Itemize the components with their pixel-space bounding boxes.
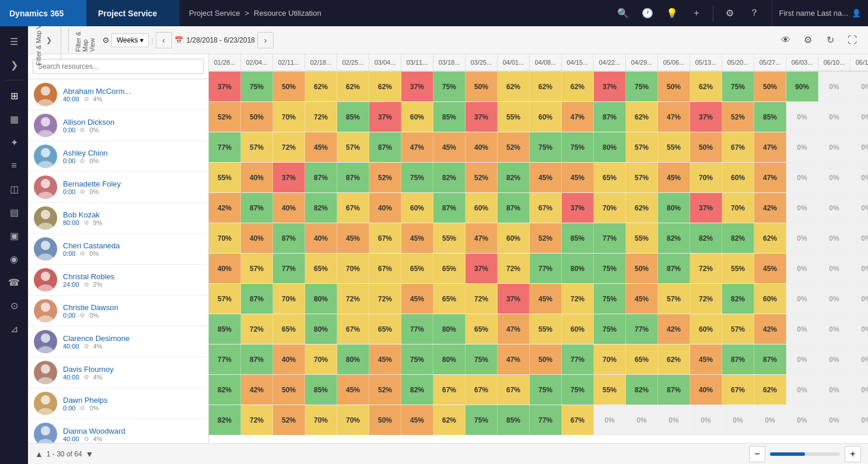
data-cell[interactable]: 60% [722, 163, 754, 192]
resource-name[interactable]: Allison Dickson [63, 118, 114, 126]
data-cell[interactable]: 65% [401, 254, 433, 283]
data-cell[interactable]: 87% [241, 193, 273, 223]
data-cell[interactable]: 47% [658, 102, 690, 132]
data-cell[interactable]: 0% [850, 132, 868, 162]
data-cell[interactable]: 77% [562, 345, 594, 374]
data-cell[interactable]: 55% [626, 223, 658, 253]
data-cell[interactable]: 0% [786, 375, 818, 405]
data-cell[interactable]: 0% [850, 102, 868, 132]
data-cell[interactable]: 62% [562, 72, 594, 101]
data-cell[interactable]: 57% [658, 284, 690, 314]
resource-row[interactable]: Allison Dickson0:00 ⊙0% [28, 110, 208, 141]
data-cell[interactable]: 87% [369, 132, 401, 162]
data-cell[interactable]: 87% [241, 345, 273, 374]
data-cell[interactable]: 45% [337, 375, 369, 405]
view-icon[interactable]: 👁 [777, 31, 794, 49]
data-cell[interactable]: 72% [690, 254, 722, 283]
resource-name[interactable]: Ashley Chinn [63, 149, 108, 157]
data-cell[interactable]: 0% [850, 345, 868, 374]
data-cell[interactable]: 77% [209, 345, 241, 374]
resource-row[interactable]: Bob Kozak80:00 ⊙9% [28, 203, 208, 234]
data-cell[interactable]: 40% [241, 163, 273, 192]
prev-button[interactable]: ‹ [156, 32, 172, 48]
breadcrumb-part1[interactable]: Project Service [189, 9, 240, 17]
data-cell[interactable]: 0% [850, 284, 868, 314]
data-cell[interactable]: 37% [594, 72, 626, 101]
data-cell[interactable]: 62% [658, 345, 690, 374]
data-cell[interactable]: 60% [754, 284, 786, 314]
resource-row[interactable]: Davis Flournoy40:00 ⊙4% [28, 357, 208, 388]
data-cell[interactable]: 70% [337, 254, 369, 283]
data-cell[interactable]: 75% [722, 72, 754, 101]
data-cell[interactable]: 87% [658, 254, 690, 283]
resource-row[interactable]: Cheri Castaneda0:00 ⊙0% [28, 234, 208, 265]
data-cell[interactable]: 82% [209, 405, 241, 435]
data-cell[interactable]: 0% [658, 405, 690, 435]
data-cell[interactable]: 72% [690, 284, 722, 314]
data-cell[interactable]: 0% [786, 405, 818, 435]
data-cell[interactable]: 87% [337, 163, 369, 192]
data-cell[interactable]: 72% [337, 284, 369, 314]
data-cell[interactable]: 65% [273, 314, 305, 344]
zoom-in-button[interactable]: + [845, 446, 861, 462]
data-cell[interactable]: 42% [241, 375, 273, 405]
data-cell[interactable]: 65% [433, 254, 466, 283]
data-cell[interactable]: 85% [433, 102, 466, 132]
data-cell[interactable]: 80% [562, 254, 594, 283]
resource-name[interactable]: Davis Flournoy [63, 365, 114, 374]
data-cell[interactable]: 0% [626, 405, 658, 435]
dynamics-logo[interactable]: Dynamics 365 [0, 0, 86, 26]
data-cell[interactable]: 40% [273, 345, 305, 374]
gauge-icon[interactable]: ⊙ [4, 295, 24, 316]
data-cell[interactable]: 62% [369, 72, 401, 101]
data-cell[interactable]: 75% [401, 163, 433, 192]
data-cell[interactable]: 77% [209, 132, 241, 162]
data-cell[interactable]: 60% [401, 193, 433, 223]
data-cell[interactable]: 62% [305, 72, 337, 101]
user-area[interactable]: First name Last na... 👤 [772, 0, 869, 26]
data-cell[interactable]: 80% [337, 345, 369, 374]
data-cell[interactable]: 42% [658, 314, 690, 344]
data-cell[interactable]: 67% [498, 375, 530, 405]
data-cell[interactable]: 80% [433, 314, 466, 344]
page-down-button[interactable]: ▼ [86, 449, 94, 459]
data-cell[interactable]: 82% [690, 223, 722, 253]
help-icon[interactable]: ？ [744, 3, 765, 24]
data-cell[interactable]: 47% [754, 163, 786, 192]
data-cell[interactable]: 85% [209, 314, 241, 344]
data-cell[interactable]: 60% [498, 223, 530, 253]
data-cell[interactable]: 0% [786, 223, 818, 253]
data-cell[interactable]: 50% [626, 254, 658, 283]
data-cell[interactable]: 47% [562, 102, 594, 132]
search-input[interactable] [33, 59, 204, 74]
data-cell[interactable]: 80% [433, 345, 466, 374]
data-cell[interactable]: 0% [850, 163, 868, 192]
data-cell[interactable]: 82% [626, 375, 658, 405]
data-cell[interactable]: 70% [337, 405, 369, 435]
data-cell[interactable]: 50% [273, 375, 305, 405]
data-cell[interactable]: 52% [273, 405, 305, 435]
data-cell[interactable]: 87% [241, 284, 273, 314]
data-cell[interactable]: 0% [850, 405, 868, 435]
fullscreen-icon[interactable]: ⛶ [844, 31, 861, 49]
data-cell[interactable]: 82% [305, 193, 337, 223]
resource-row[interactable]: Christie Dawson0:00 ⊙0% [28, 296, 208, 326]
weeks-selector[interactable]: Weeks ▾ [111, 33, 149, 47]
resource-row[interactable]: Dawn Phelps0:00 ⊙0% [28, 388, 208, 419]
data-cell[interactable]: 0% [754, 405, 786, 435]
data-cell[interactable]: 77% [530, 254, 562, 283]
data-cell[interactable]: 47% [401, 132, 433, 162]
data-cell[interactable]: 70% [273, 102, 305, 132]
data-cell[interactable]: 72% [273, 132, 305, 162]
data-cell[interactable]: 52% [209, 102, 241, 132]
data-cell[interactable]: 57% [626, 163, 658, 192]
data-cell[interactable]: 65% [369, 314, 401, 344]
data-cell[interactable]: 70% [305, 345, 337, 374]
notification-icon[interactable]: 💡 [662, 3, 682, 24]
calendar-icon[interactable]: ◫ [4, 178, 24, 199]
search-icon[interactable]: 🔍 [612, 3, 634, 24]
data-cell[interactable]: 85% [498, 405, 530, 435]
data-cell[interactable]: 90% [786, 72, 818, 101]
settings-icon[interactable]: ⚙ [719, 3, 740, 24]
expand-icon[interactable]: ❯ [4, 54, 24, 75]
